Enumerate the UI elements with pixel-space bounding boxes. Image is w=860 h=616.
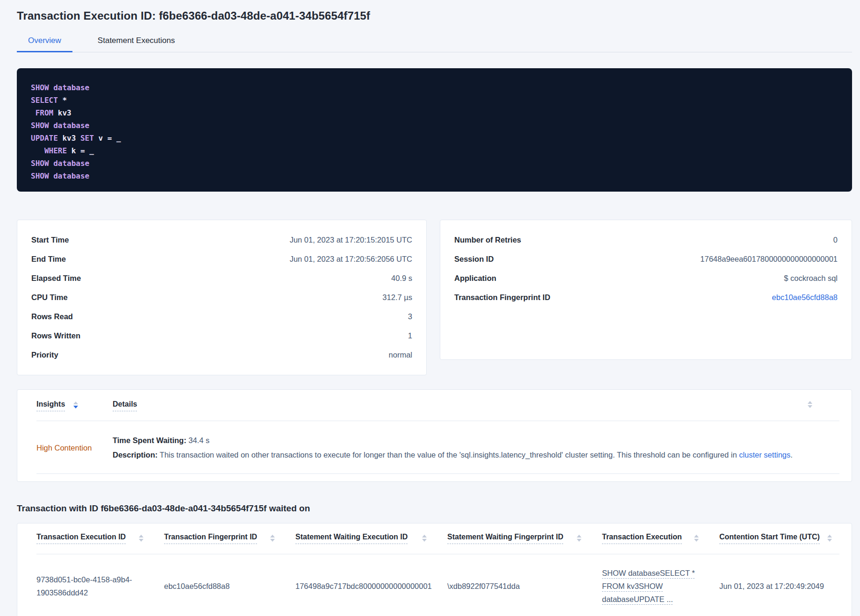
sort-icon[interactable] — [827, 535, 832, 542]
summary-card-right: Number of Retries 0 Session ID 17648a9ee… — [440, 220, 852, 360]
kv-value: $ cockroach sql — [784, 274, 838, 283]
column-header-statement-waiting-fingerprint-id: Statement Waiting Fingerprint ID — [447, 533, 602, 554]
kv-value: 312.7 µs — [382, 293, 412, 302]
transaction-execution-link[interactable]: SHOW databaseSELECT * FROM kv3SHOW datab… — [602, 569, 695, 603]
kv-label: Priority — [31, 351, 58, 359]
waited-on-table-card: Transaction Execution ID Transaction Fin… — [17, 523, 852, 616]
description-text: This transaction waited on other transac… — [158, 451, 739, 459]
kv-label: CPU Time — [31, 293, 68, 302]
sort-down-arrow-icon — [577, 539, 581, 542]
kv-value: Jun 01, 2023 at 17:20:15:2015 UTC — [290, 236, 412, 244]
sort-up-arrow-icon — [808, 401, 812, 404]
kv-value: 17648a9eea6017800000000000000001 — [700, 255, 838, 264]
tab-statement-executions[interactable]: Statement Executions — [86, 30, 186, 52]
sort-up-arrow-icon — [73, 401, 78, 404]
kv-label: Session ID — [454, 255, 494, 264]
sort-up-arrow-icon — [694, 535, 699, 537]
sort-up-arrow-icon — [422, 535, 427, 537]
column-header-transaction-execution: Transaction Execution — [602, 533, 719, 554]
details-column-header: Details — [113, 400, 839, 411]
cell-transaction-execution: SHOW databaseSELECT * FROM kv3SHOW datab… — [602, 566, 719, 606]
sort-down-arrow-icon — [827, 539, 832, 542]
kv-value: Jun 01, 2023 at 17:20:56:2056 UTC — [290, 255, 412, 264]
cell-transaction-fingerprint-id: ebc10ae56cfd88a8 — [164, 580, 295, 593]
summary-card-left: Start Time Jun 01, 2023 at 17:20:15:2015… — [17, 220, 427, 375]
sort-icon[interactable] — [577, 535, 581, 542]
insights-table-card: Insights Details High Contention Time Sp… — [17, 389, 852, 482]
waited-on-section-title: Transaction with ID f6be6366-da03-48de-a… — [17, 503, 852, 514]
kv-value: 0 — [833, 236, 838, 244]
column-header-transaction-execution-id: Transaction Execution ID — [36, 533, 164, 554]
description-line: Description: This transaction waited on … — [113, 448, 839, 462]
transaction-fingerprint-link[interactable]: ebc10ae56cfd88a8 — [772, 293, 838, 302]
insights-table-header: Insights Details — [36, 390, 839, 421]
high-contention-badge: High Contention — [36, 444, 113, 452]
kv-label: Rows Read — [31, 312, 73, 321]
kv-value: normal — [389, 351, 412, 359]
cell-statement-waiting-fingerprint-id: \xdb8922f077541dda — [447, 580, 602, 593]
sql-line: UPDATE kv3 SET v = _ — [31, 132, 838, 144]
sort-down-arrow-icon — [270, 539, 275, 542]
sort-down-arrow-icon — [139, 539, 143, 542]
sql-statements-box: SHOW database SELECT * FROM kv3 SHOW dat… — [17, 68, 852, 192]
sort-icon[interactable] — [422, 535, 427, 542]
sort-up-arrow-icon — [827, 535, 832, 537]
sql-line: SHOW database — [31, 170, 838, 182]
kv-value: 1 — [408, 331, 412, 340]
sort-up-arrow-icon — [139, 535, 143, 537]
kv-row-elapsed-time: Elapsed Time 40.9 s — [31, 269, 412, 288]
tab-bar: Overview Statement Executions — [17, 30, 852, 52]
sql-line: SHOW database — [31, 81, 838, 94]
sql-line: SHOW database — [31, 157, 838, 170]
kv-label: Application — [454, 274, 496, 283]
sort-down-arrow-icon — [422, 539, 427, 542]
sort-icon[interactable] — [808, 401, 812, 408]
page-title: Transaction Execution ID: f6be6366-da03-… — [17, 9, 852, 22]
time-spent-waiting-value: 34.4 s — [186, 436, 210, 444]
kv-row-number-of-retries: Number of Retries 0 — [454, 230, 838, 250]
tab-overview[interactable]: Overview — [17, 30, 72, 52]
kv-row-application: Application $ cockroach sql — [454, 269, 838, 288]
kv-label: End Time — [31, 255, 66, 264]
sort-icon[interactable] — [270, 535, 275, 542]
kv-value: 40.9 s — [391, 274, 412, 283]
insights-column-header: Insights — [36, 400, 113, 411]
cell-contention-start-time: Jun 01, 2023 at 17:20:49:2049 — [719, 580, 839, 593]
kv-label: Start Time — [31, 236, 69, 244]
page-content: Transaction Execution ID: f6be6366-da03-… — [0, 9, 860, 616]
kv-value: 3 — [408, 312, 412, 321]
sort-down-arrow-icon — [694, 539, 699, 542]
sort-icon[interactable] — [73, 401, 78, 408]
insight-details-cell: Time Spent Waiting: 34.4 s Description: … — [113, 433, 839, 462]
waited-on-table-header: Transaction Execution ID Transaction Fin… — [36, 523, 839, 554]
kv-row-rows-read: Rows Read 3 — [31, 307, 412, 326]
kv-label: Rows Written — [31, 331, 80, 340]
insight-row: High Contention Time Spent Waiting: 34.4… — [36, 421, 839, 474]
sort-icon[interactable] — [139, 535, 143, 542]
time-spent-waiting-label: Time Spent Waiting: — [113, 436, 186, 444]
sql-line: FROM kv3 — [31, 107, 838, 119]
sort-down-arrow-icon — [73, 406, 78, 408]
cluster-settings-link[interactable]: cluster settings — [739, 451, 790, 459]
kv-row-session-id: Session ID 17648a9eea6017800000000000000… — [454, 250, 838, 269]
kv-row-start-time: Start Time Jun 01, 2023 at 17:20:15:2015… — [31, 230, 412, 250]
column-header-transaction-fingerprint-id: Transaction Fingerprint ID — [164, 533, 295, 554]
sql-line: WHERE k = _ — [31, 144, 838, 157]
sql-line: SELECT * — [31, 94, 838, 107]
details-column-label[interactable]: Details — [113, 400, 137, 411]
column-header-statement-waiting-execution-id: Statement Waiting Execution ID — [295, 533, 447, 554]
kv-label: Transaction Fingerprint ID — [454, 293, 550, 302]
cell-statement-waiting-execution-id: 176498a9c717bdc80000000000000001 — [295, 580, 447, 593]
insights-column-label[interactable]: Insights — [36, 400, 65, 411]
sort-up-arrow-icon — [577, 535, 581, 537]
kv-row-end-time: End Time Jun 01, 2023 at 17:20:56:2056 U… — [31, 250, 412, 269]
sort-icon[interactable] — [694, 535, 699, 542]
kv-label: Elapsed Time — [31, 274, 81, 283]
cell-transaction-execution-id: 9738d051-bc0e-4158-a9b4-1903586ddd42 — [36, 573, 164, 599]
kv-row-rows-written: Rows Written 1 — [31, 326, 412, 345]
column-header-contention-start-time: Contention Start Time (UTC) — [719, 533, 839, 554]
description-label: Description: — [113, 451, 158, 459]
kv-row-transaction-fingerprint-id: Transaction Fingerprint ID ebc10ae56cfd8… — [454, 288, 838, 307]
description-suffix: . — [790, 451, 793, 459]
kv-row-priority: Priority normal — [31, 345, 412, 365]
